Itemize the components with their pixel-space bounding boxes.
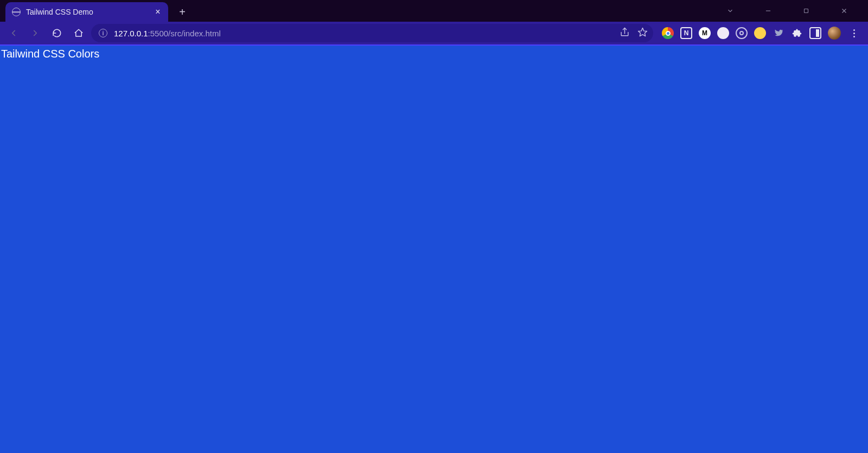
extension-generic-icon[interactable] [717,27,729,39]
extension-twitter-icon[interactable] [773,27,784,39]
bookmark-star-icon[interactable] [637,27,648,39]
home-icon [74,28,84,38]
extension-target-icon[interactable] [736,27,748,39]
close-window-icon[interactable] [833,7,855,15]
close-tab-icon[interactable]: × [153,7,163,17]
page-viewport: Tailwind CSS Colors [0,46,868,453]
extension-m-icon[interactable]: M [699,27,711,39]
home-button[interactable] [69,24,88,42]
extensions-icon[interactable] [791,27,803,39]
extension-icons: N M [656,27,864,40]
globe-icon [12,8,21,16]
browser-menu-icon[interactable] [847,27,860,40]
forward-button[interactable] [26,24,44,42]
address-bar[interactable]: i 127.0.0.1:5500/src/index.html [91,24,653,42]
extension-notion-icon[interactable]: N [680,27,692,39]
profile-avatar[interactable] [828,27,841,40]
share-icon[interactable] [620,27,630,39]
url-host: 127.0.0.1 [114,29,148,38]
back-icon [9,28,18,38]
minimize-icon[interactable] [757,7,779,15]
maximize-icon[interactable] [795,7,817,15]
browser-tab-active[interactable]: Tailwind CSS Demo × [5,2,168,22]
back-button[interactable] [4,24,23,42]
tab-search-icon[interactable] [719,7,741,15]
reload-button[interactable] [48,24,66,42]
page-heading: Tailwind CSS Colors [0,46,868,62]
site-info-icon[interactable]: i [99,29,107,37]
svg-marker-5 [639,28,647,36]
tab-title: Tailwind CSS Demo [26,8,148,16]
url-path: :5500/src/index.html [148,29,221,38]
url-text: 127.0.0.1:5500/src/index.html [114,29,613,38]
new-tab-button[interactable]: + [174,3,191,21]
reload-icon [52,28,62,38]
side-panel-icon[interactable] [809,27,821,39]
forward-icon [30,28,40,38]
svg-rect-1 [805,9,808,13]
window-controls [719,0,868,22]
browser-toolbar: i 127.0.0.1:5500/src/index.html N M [0,22,868,46]
extension-chrome-icon[interactable] [662,27,674,39]
extension-yellow-icon[interactable] [754,27,766,39]
tab-strip: Tailwind CSS Demo × + [0,0,868,22]
